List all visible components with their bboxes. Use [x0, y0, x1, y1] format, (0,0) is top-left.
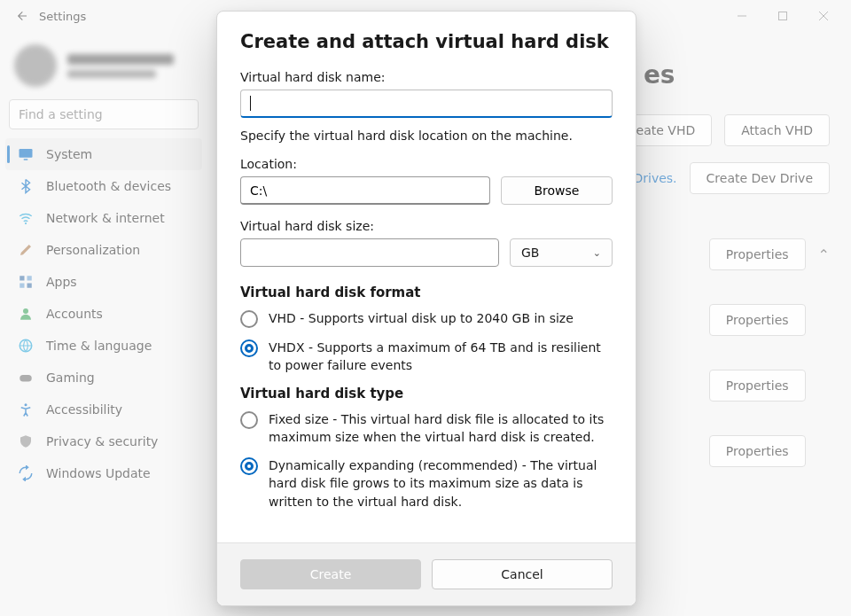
format-vhdx-label: VHDX - Supports a maximum of 64 TB and i… [269, 339, 613, 375]
size-unit-select[interactable]: GB ⌄ [510, 238, 613, 267]
radio-icon [240, 310, 258, 328]
create-button[interactable]: Create [240, 559, 421, 589]
dialog-title: Create and attach virtual hard disk [240, 31, 613, 52]
type-heading: Virtual hard disk type [240, 386, 613, 402]
type-fixed-label: Fixed size - This virtual hard disk file… [269, 410, 613, 447]
radio-icon [240, 457, 258, 475]
format-heading: Virtual hard disk format [240, 285, 613, 300]
cancel-button[interactable]: Cancel [432, 559, 613, 589]
size-input[interactable] [240, 238, 499, 267]
size-unit-value: GB [521, 246, 539, 260]
type-dynamic-label: Dynamically expanding (recommended) - Th… [269, 456, 613, 511]
format-vhd-radio[interactable]: VHD - Supports virtual disk up to 2040 G… [240, 309, 613, 328]
format-vhd-label: VHD - Supports virtual disk up to 2040 G… [269, 309, 574, 327]
location-hint: Specify the virtual hard disk location o… [240, 129, 613, 143]
radio-icon [240, 339, 258, 357]
radio-icon [240, 411, 258, 429]
dialog-footer: Create Cancel [217, 542, 636, 605]
browse-button[interactable]: Browse [501, 176, 613, 205]
format-vhdx-radio[interactable]: VHDX - Supports a maximum of 64 TB and i… [240, 339, 613, 375]
vhd-name-label: Virtual hard disk name: [240, 70, 613, 84]
type-dynamic-radio[interactable]: Dynamically expanding (recommended) - Th… [240, 456, 613, 511]
create-vhd-dialog: Create and attach virtual hard disk Virt… [216, 11, 636, 606]
location-input[interactable] [240, 176, 490, 205]
type-fixed-radio[interactable]: Fixed size - This virtual hard disk file… [240, 410, 613, 447]
size-label: Virtual hard disk size: [240, 219, 613, 233]
location-label: Location: [240, 157, 613, 171]
vhd-name-input[interactable] [240, 90, 613, 118]
chevron-down-icon: ⌄ [593, 247, 601, 259]
